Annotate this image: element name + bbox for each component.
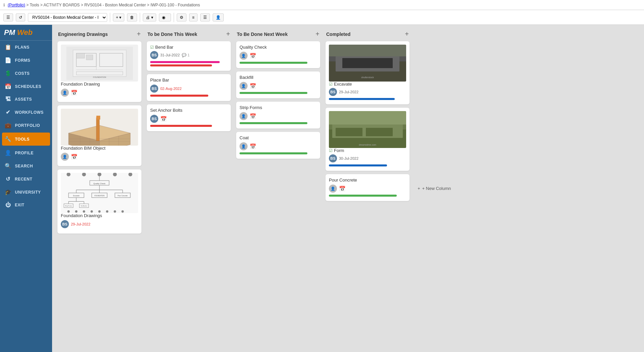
plans-icon: 📋 (5, 44, 12, 50)
cards-engineering: FOUNDATION Foundation Drawing 👤 📅 (57, 41, 141, 234)
sidebar-item-label: RECENT (15, 177, 32, 182)
svg-text:shutterstock: shutterstock (361, 76, 374, 79)
card-meta-bf: 👤 📅 (240, 82, 317, 90)
card-calendar-fd: 📅 (71, 90, 78, 96)
card-foundation-drawing[interactable]: FOUNDATION Foundation Drawing 👤 📅 (57, 41, 141, 102)
svg-text:FOUNDATION: FOUNDATION (93, 76, 106, 78)
sidebar-item-portfolio[interactable]: 💼 PORTFOLIO (0, 119, 52, 132)
column-header-this-week: To be Done This Week + (147, 30, 231, 38)
sidebar-item-forms[interactable]: 📄 FORMS (0, 54, 52, 67)
column-add-completed[interactable]: + (405, 30, 409, 38)
check-icon-exc: ☑ (329, 82, 333, 87)
card-title-fd: Foundation Drawing (61, 82, 138, 87)
card-meta-sab: BS 📅 (150, 115, 227, 123)
sidebar-item-recent[interactable]: ↺ RECENT (0, 172, 52, 186)
card-meta-pb: BS 02-Aug-2022 (150, 85, 227, 93)
card-avatar-sab: BS (150, 115, 158, 123)
progress-red-sab (150, 125, 212, 127)
sidebar-item-label: PROFILE (15, 151, 34, 155)
cards-completed: shutterstock ☑ Excavate BS 29-Jul-2022 (326, 41, 410, 201)
card-date-fd3: 29-Jul-2022 (71, 222, 90, 226)
print-button[interactable]: 🖨 ▾ (143, 13, 156, 21)
card-avatar-fd: 👤 (61, 89, 69, 97)
column-header-next-week: To Be Done Next Week + (236, 30, 320, 38)
filter-button[interactable]: ≡ (189, 13, 198, 21)
sidebar-item-university[interactable]: 🎓 UNIVERSITY (0, 186, 52, 199)
card-strip-forms[interactable]: Strip Forms 👤 📅 (236, 102, 320, 129)
card-meta-fd3: BS 29-Jul-2022 (61, 220, 138, 228)
info-icon[interactable]: ℹ (3, 3, 5, 7)
column-title-this-week: To be Done This Week (147, 32, 197, 37)
card-meta-pc: 👤 📅 (329, 185, 406, 193)
card-title-pc: Pour Concrete (329, 178, 406, 183)
card-avatar-exc: BS (329, 88, 337, 96)
sidebar-item-plans[interactable]: 📋 PLANS (0, 41, 52, 54)
delete-button[interactable]: 🗑 (127, 13, 137, 21)
kanban-board: Engineering Drawings + (52, 25, 644, 352)
sidebar-item-label: WORKFLOWS (15, 110, 44, 115)
card-form[interactable]: dreamstime.com ☑ Form BS 30-Jul-2022 (326, 108, 410, 171)
card-title-frm: Form (334, 148, 344, 153)
check-icon-frm: ☑ (329, 148, 333, 153)
svg-rect-68 (366, 128, 393, 136)
card-foundation-drawings[interactable]: Quality Check Excavate (57, 169, 141, 234)
card-date-pb: 02-Aug-2022 (160, 87, 182, 91)
progress-green-pc (329, 195, 397, 197)
card-comment-bb: 💬 1 (182, 53, 189, 57)
card-calendar-pc: 📅 (339, 186, 346, 192)
add-button[interactable]: + ▾ (113, 13, 124, 21)
hamburger-button[interactable]: ☰ (3, 13, 13, 21)
card-set-anchor-bolts[interactable]: Set Anchor Bolts BS 📅 (147, 104, 231, 131)
column-add-engineering[interactable]: + (137, 30, 141, 38)
sidebar-item-tools[interactable]: 🔧 TOOLS (2, 133, 50, 146)
sidebar-item-label: PORTFOLIO (15, 123, 40, 128)
toolbar: ☰ ↺ RVS0104 - Boston Medical Center - I … (0, 10, 644, 25)
svg-text:dreamstime.com: dreamstime.com (359, 144, 376, 146)
card-excavate[interactable]: shutterstock ☑ Excavate BS 29-Jul-2022 (326, 41, 410, 104)
svg-text:Excavate: Excavate (73, 195, 80, 197)
undo-button[interactable]: ↺ (16, 13, 25, 21)
card-date-exc: 29-Jul-2022 (339, 90, 358, 94)
user-button[interactable]: 👤 (213, 13, 224, 21)
column-add-this-week[interactable]: + (226, 30, 230, 38)
progress-green-sf (240, 122, 307, 124)
card-avatar-pc: 👤 (329, 185, 337, 193)
svg-point-50 (68, 210, 70, 213)
card-backfill[interactable]: Backfill 👤 📅 (236, 71, 320, 98)
card-place-bar[interactable]: Place Bar BS 02-Aug-2022 (147, 74, 231, 101)
sidebar-item-exit[interactable]: ⏻ EXIT (0, 199, 52, 211)
sidebar-item-label: EXIT (15, 203, 25, 207)
card-foundation-bim[interactable]: Foundation BIM Object 👤 📅 (57, 105, 141, 166)
divider1 (110, 13, 110, 22)
card-coat[interactable]: Coat 👤 📅 (236, 132, 320, 159)
column-this-week: To be Done This Week + ☑ Bend Bar BS 31-… (147, 30, 231, 347)
toggle-button[interactable]: ◉ (159, 13, 171, 21)
check-icon-bb: ☑ (150, 45, 154, 50)
card-check-frm: ☑ Form (329, 148, 406, 153)
card-bend-bar[interactable]: ☑ Bend Bar BS 31-Jul-2022 💬 1 (147, 41, 231, 71)
sidebar-item-schedules[interactable]: 📅 SCHEDULES (0, 80, 52, 93)
sidebar-item-assets[interactable]: 🏗 ASSETS (0, 93, 52, 106)
sidebar-item-workflows[interactable]: ✔ WORKFLOWS (0, 106, 52, 119)
new-column-button[interactable]: + + New Column (415, 30, 455, 347)
svg-text:Quality Check: Quality Check (93, 183, 105, 185)
settings-button[interactable]: ⚙ (177, 13, 186, 21)
card-pour-concrete[interactable]: Pour Concrete 👤 📅 (326, 174, 410, 201)
column-add-next-week[interactable]: + (315, 30, 319, 38)
sidebar-item-profile[interactable]: 👤 PROFILE (0, 146, 52, 159)
card-meta-co: 👤 📅 (240, 142, 317, 150)
portfolio-link[interactable]: (Portfolio) (8, 3, 25, 7)
svg-point-56 (114, 210, 116, 213)
filter2-button[interactable]: ☰ (200, 13, 210, 21)
breadcrumb: (Portfolio) > Tools > ACTIVITY BOARDS > … (8, 3, 200, 7)
card-calendar-co: 📅 (250, 143, 256, 150)
sidebar-item-search[interactable]: 🔍 SEARCH (0, 159, 52, 172)
card-avatar-co: 👤 (240, 142, 248, 150)
svg-point-53 (91, 210, 93, 213)
card-avatar-fd3: BS (61, 220, 69, 228)
sidebar-item-label: PLANS (15, 45, 30, 50)
sidebar-item-costs[interactable]: 💲 COSTS (0, 67, 52, 80)
app-body: PM Web 📋 PLANS 📄 FORMS 💲 COSTS 📅 SCHEDUL… (0, 25, 644, 352)
project-select[interactable]: RVS0104 - Boston Medical Center - I (28, 13, 107, 22)
card-quality-check[interactable]: Quality Check 👤 📅 (236, 41, 320, 68)
